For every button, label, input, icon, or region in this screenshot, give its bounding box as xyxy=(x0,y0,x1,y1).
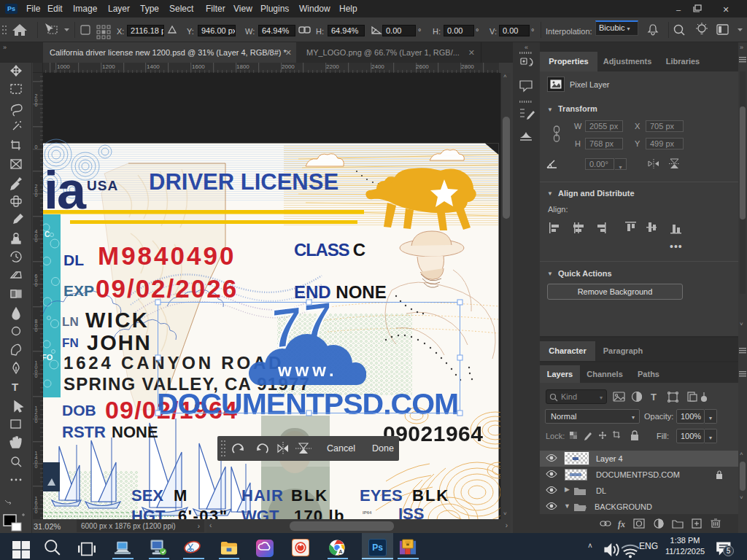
svg-text:fx: fx xyxy=(618,519,625,529)
svg-text:170 lb: 170 lb xyxy=(294,507,345,519)
svg-text:T: T xyxy=(651,392,657,402)
svg-text:FN: FN xyxy=(62,336,79,350)
svg-text:M9840490: M9840490 xyxy=(98,241,236,270)
svg-text:6'-03": 6'-03" xyxy=(178,507,228,519)
svg-text:JOHN: JOHN xyxy=(87,331,152,354)
svg-text:www.: www. xyxy=(277,360,338,380)
svg-text:EXP: EXP xyxy=(63,282,94,299)
svg-text:EYES: EYES xyxy=(360,486,403,505)
svg-text:BLK: BLK xyxy=(412,486,449,505)
svg-text:09/02/2026: 09/02/2026 xyxy=(96,274,238,303)
svg-text:FO: FO xyxy=(43,353,53,362)
svg-text:CLASS C: CLASS C xyxy=(294,240,365,260)
svg-text:Cancel: Cancel xyxy=(327,443,355,454)
svg-text:DL: DL xyxy=(63,252,84,268)
svg-text:SEX: SEX xyxy=(131,486,163,505)
svg-text:Done: Done xyxy=(372,443,394,454)
svg-text:M: M xyxy=(174,486,187,505)
svg-text:A: A xyxy=(338,548,343,555)
svg-text:ISS: ISS xyxy=(398,505,424,519)
svg-text:RSTR: RSTR xyxy=(62,423,106,441)
svg-text:NONE: NONE xyxy=(112,423,158,441)
svg-text:ia: ia xyxy=(44,161,87,219)
svg-text:LN: LN xyxy=(62,315,79,329)
svg-text:BLK: BLK xyxy=(291,486,328,505)
svg-text:HGT: HGT xyxy=(131,507,166,519)
svg-text:C: C xyxy=(44,230,50,238)
svg-text:DRIVER LICENSE: DRIVER LICENSE xyxy=(149,169,338,195)
svg-text:T: T xyxy=(12,381,18,393)
svg-text:HAIR: HAIR xyxy=(241,486,284,505)
svg-text:USA: USA xyxy=(87,178,118,193)
svg-text:«: « xyxy=(525,44,528,51)
svg-text:WICK: WICK xyxy=(85,308,149,332)
svg-text:IP64: IP64 xyxy=(363,510,372,515)
svg-text:DOB: DOB xyxy=(62,402,96,419)
svg-text:WGT: WGT xyxy=(241,507,279,519)
